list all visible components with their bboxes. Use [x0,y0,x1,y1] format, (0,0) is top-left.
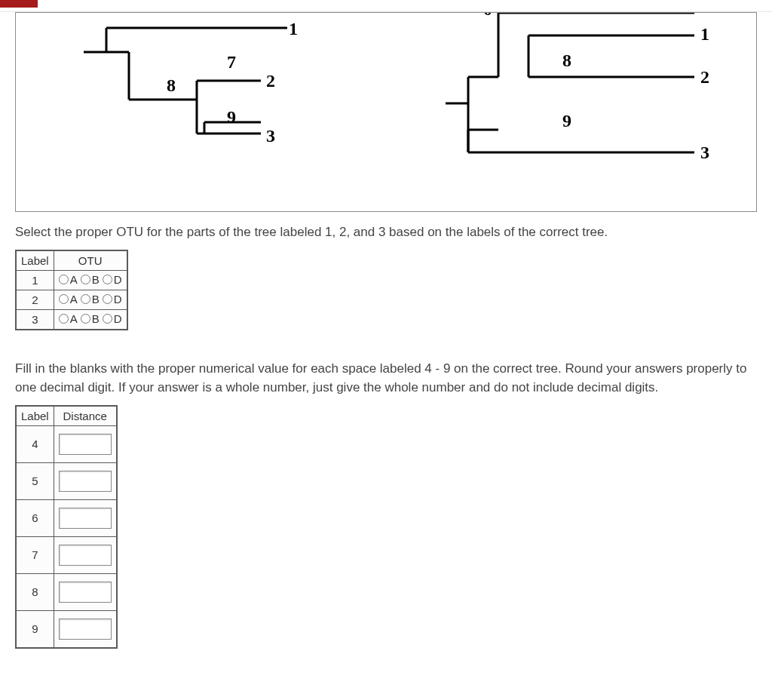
otu-radio[interactable] [81,314,90,324]
otu-option[interactable]: D [103,312,122,325]
distance-input[interactable] [59,582,112,603]
otu-radio[interactable] [103,275,112,284]
otu-option[interactable]: B [81,293,100,305]
otu-head-otu: OTU [54,250,127,271]
otu-radio[interactable] [59,294,69,304]
otu-option-label: B [92,293,100,305]
right-branch-9: 9 [562,111,571,131]
otu-row-label: 2 [16,290,54,309]
left-branch-8: 8 [167,75,176,96]
otu-option-label: A [70,273,78,286]
otu-radio[interactable] [81,275,90,284]
dist-row: 5 [16,462,117,499]
otu-option[interactable]: B [81,312,100,325]
distance-input[interactable] [59,619,112,640]
distance-input[interactable] [59,471,112,492]
otu-option-label: B [92,312,100,325]
otu-row: 3ABD [16,309,127,330]
question-1-text: Select the proper OTU for the parts of t… [15,223,757,242]
otu-option-label: A [70,293,78,305]
otu-option-label: D [114,312,122,325]
dist-head-dist: Distance [54,406,117,426]
right-tip-3: 3 [700,143,709,163]
dist-row-label: 5 [16,462,54,499]
otu-option[interactable]: A [59,273,78,286]
distance-input[interactable] [59,545,112,566]
dist-row: 9 [16,610,117,648]
dist-row-label: 9 [16,610,54,648]
otu-row-options: ABD [54,290,127,309]
dist-row-input-cell [54,462,117,499]
dist-row-input-cell [54,499,117,536]
left-tip-1: 1 [289,19,298,39]
otu-option-label: A [70,312,78,325]
otu-row-label: 3 [16,309,54,330]
otu-option-label: D [114,293,122,305]
otu-option[interactable]: D [103,293,122,305]
otu-table: Label OTU 1ABD2ABD3ABD [15,250,128,330]
otu-radio[interactable] [59,314,69,324]
right-tip-2: 2 [700,67,709,88]
otu-row: 2ABD [16,290,127,309]
otu-option[interactable]: B [81,273,100,286]
dist-row: 7 [16,536,117,573]
right-tip-0: 0 [483,12,492,20]
dist-row: 4 [16,425,117,462]
distance-input[interactable] [59,434,112,455]
dist-row-label: 8 [16,573,54,610]
dist-row-input-cell [54,536,117,573]
otu-option-label: D [114,273,122,286]
otu-row-label: 1 [16,270,54,290]
dist-row-label: 7 [16,536,54,573]
otu-option-label: B [92,273,100,286]
left-branch-7: 7 [227,52,236,72]
otu-head-label: Label [16,250,54,271]
dist-row-input-cell [54,573,117,610]
otu-radio[interactable] [103,294,112,304]
dendrogram-right-svg [430,12,732,186]
right-branch-8: 8 [562,51,571,71]
dendrogram-left: 1 2 3 7 8 9 [84,12,332,182]
dist-row: 6 [16,499,117,536]
dist-row: 8 [16,573,117,610]
dendrogram-right: 0 1 2 3 8 9 [430,12,732,189]
question-2-text: Fill in the blanks with the proper numer… [15,359,757,398]
distance-table: Label Distance 456789 [15,405,118,649]
distance-input[interactable] [59,508,112,529]
left-branch-9: 9 [227,107,236,127]
otu-option[interactable]: A [59,293,78,305]
top-bar [0,0,772,12]
dist-row-label: 4 [16,425,54,462]
otu-option[interactable]: D [103,273,122,286]
otu-row-options: ABD [54,309,127,330]
otu-radio[interactable] [103,314,112,324]
tree-figure-panel: 1 2 3 7 8 9 [15,12,757,212]
otu-row: 1ABD [16,270,127,290]
left-tip-3: 3 [266,126,275,146]
otu-radio[interactable] [81,294,90,304]
dist-row-label: 6 [16,499,54,536]
top-red-accent [0,0,38,8]
otu-option[interactable]: A [59,312,78,325]
otu-radio[interactable] [59,275,69,284]
left-tip-2: 2 [266,71,275,91]
dist-head-label: Label [16,406,54,426]
otu-row-options: ABD [54,270,127,290]
dist-row-input-cell [54,610,117,648]
dist-row-input-cell [54,425,117,462]
right-tip-1: 1 [700,24,709,45]
main-content: 1 2 3 7 8 9 [0,12,772,679]
